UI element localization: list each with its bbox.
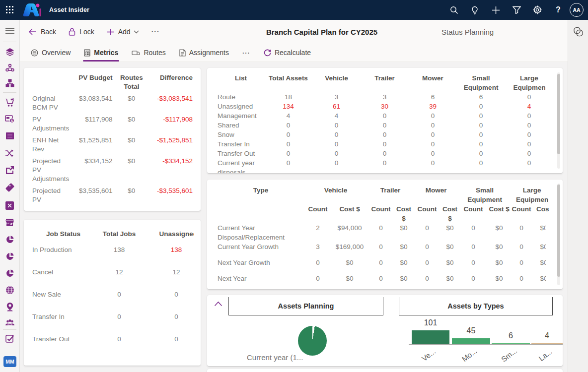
table-row: New Sale00 [32,283,201,306]
cart-icon[interactable] [0,98,19,107]
column-header: Unassigned [144,221,201,239]
page-title: Branch Capital Plan for CY2025 [266,28,377,36]
back-arrow-icon [28,28,37,35]
table-row: Transfer Out00 [32,328,201,350]
recalculate-button[interactable]: Recalculate [264,44,311,62]
routes-icon [132,50,140,56]
asset-list-table: ListTotal AssetsVehicleTrailerMowerSmall… [218,73,553,173]
collapse-icon[interactable] [214,300,222,309]
scrollbar[interactable] [557,72,560,169]
tasks-icon[interactable] [0,334,19,343]
avatar[interactable]: AA [570,3,584,17]
settings-icon[interactable] [527,0,548,20]
copilot-icon[interactable] [573,27,584,39]
lock-button[interactable]: Lock [69,28,94,36]
hamburger-menu-icon[interactable] [0,26,19,35]
help-icon[interactable]: ? [548,0,569,20]
app-logo-icon[interactable] [22,2,42,17]
storefront-icon[interactable] [0,218,19,227]
pie-chart-title: Assets Planning [228,297,383,315]
tab-overflow[interactable]: ··· [242,44,250,62]
column-header: Total Assets [264,73,312,92]
bar-value-label: 101 [424,318,438,327]
shuffle-icon[interactable] [0,149,19,157]
pie-chart-icon[interactable] [0,235,19,244]
list-box-icon[interactable] [0,132,19,140]
tag-icon[interactable] [0,183,19,192]
sub-header: Cost $ [532,204,553,223]
bar [452,338,490,344]
table-row: Transfer Out000000 [218,149,553,158]
chevron-down-icon [134,30,139,34]
plus-icon [107,28,114,36]
search-icon[interactable] [443,0,464,20]
bar-value-label: 4 [545,331,549,340]
waffle-menu-icon[interactable] [0,0,20,20]
column-header: Small Equipment [457,73,505,92]
top-app-bar: Asset Insider ? AA [0,0,588,20]
lock-icon [69,28,75,36]
column-header: Job Status [32,221,94,239]
add-button[interactable]: Add [107,28,139,36]
filter-icon[interactable] [506,0,527,20]
table-row: Next Year Growth0$00$00$00$00$0 [218,251,553,267]
tab-metrics[interactable]: Metrics [84,44,118,62]
charts-card: Assets Planning Assets by Types Current … [207,295,563,366]
scrollbar[interactable] [557,184,560,285]
lightbulb-icon[interactable] [464,0,485,20]
column-header: LargeEquipment [505,73,553,92]
table-row: Snow000000 [218,130,553,139]
column-header: Total Jobs [94,221,144,239]
bar [492,343,530,345]
pie-chart-icon[interactable] [0,252,19,261]
table-row: Current Year Growth3$169,0000$00$00$00$0 [218,242,553,251]
hierarchy-icon[interactable] [0,79,19,88]
network-icon[interactable] [0,63,19,72]
nav-badge[interactable]: MM [3,356,16,367]
table-row: Current year disposals000000 [218,158,553,173]
layers-icon[interactable] [0,48,19,57]
table-row: Transfer In00 [32,306,201,328]
bar-axis [409,344,563,345]
tab-assignments[interactable]: Assignments [179,44,229,62]
bar [531,343,563,345]
column-header: List [218,73,264,92]
overflow-button[interactable]: ··· [151,28,160,36]
share-icon[interactable] [0,166,19,174]
table-row: Transfer In000000 [218,139,553,149]
table-row: Projected PV Adjustments$334,152$0-$334,… [32,154,193,184]
back-button[interactable]: Back [28,28,56,36]
metrics-icon [84,49,90,57]
app-title[interactable]: Asset Insider [49,6,89,13]
table-row: Current Year Disposal/Replacement2$94,00… [218,223,553,242]
tab-routes[interactable]: Routes [132,44,165,62]
location-icon[interactable] [0,302,19,311]
tab-bar: Overview Metrics Routes Assignments ··· … [20,44,568,62]
right-rail [568,20,588,372]
bar-value-label: 6 [509,331,513,340]
asset-list-card: ListTotal AssetsVehicleTrailerMowerSmall… [207,68,563,173]
asset-type-card: TypeVehicleTrailerMowerSmall EquipmentLa… [207,180,563,289]
pie-chart-icon[interactable] [0,269,19,278]
add-icon[interactable] [485,0,506,20]
globe-icon[interactable] [0,286,19,295]
sub-header: Count [368,204,394,223]
job-status-card: Job StatusTotal JobsUnassignedIn Product… [24,220,201,366]
table-row: Route1833660 [218,92,553,102]
people-icon[interactable] [0,319,19,326]
sub-header: Cost $ [394,204,413,223]
sub-header: Count [413,204,441,223]
command-bar: Back Lock Add ··· Branch Capital Plan fo… [20,20,568,44]
refresh-icon [264,49,271,57]
tab-overview[interactable]: Overview [31,44,71,62]
bar-tick-label: La... [537,347,553,363]
sub-header: Cost $ [488,204,511,223]
assets-planning-pie[interactable] [298,326,327,356]
close-box-icon[interactable] [0,201,19,210]
sub-header: Count [459,204,488,223]
bar-tick-label: Mo... [460,347,478,364]
payment-icon[interactable]: $ [0,115,19,123]
group-header: Small Equipment [459,186,511,204]
table-row: Shared000000 [218,121,553,130]
bar-tick-label: Ve... [420,347,437,363]
